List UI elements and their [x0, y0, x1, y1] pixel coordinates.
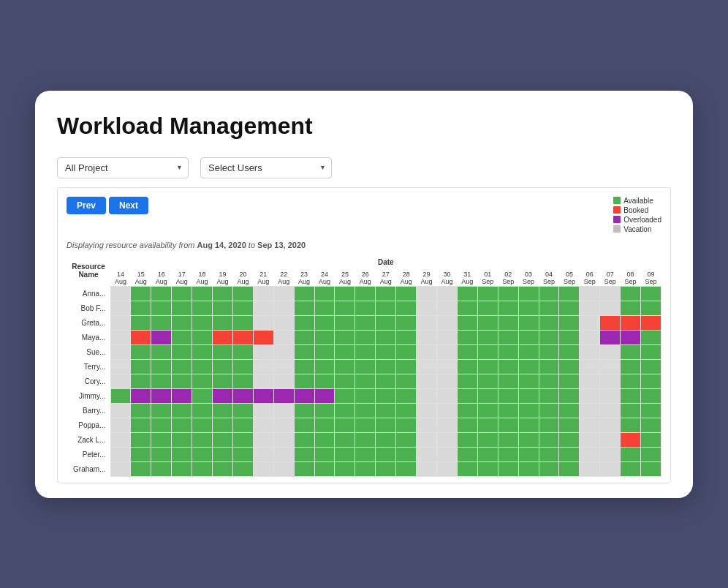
gantt-cell: [396, 447, 417, 461]
gantt-cell: [273, 418, 294, 432]
table-row: Zack L...: [67, 432, 661, 447]
gantt-cell: [192, 388, 213, 403]
gantt-cell: [437, 388, 458, 403]
gantt-cell: [376, 447, 396, 461]
gantt-cell: [294, 315, 314, 330]
overloaded-icon: [613, 216, 621, 223]
gantt-cell: [232, 315, 253, 330]
gantt-cell: [192, 418, 213, 432]
gantt-cell: [477, 286, 498, 301]
gantt-cell: [498, 315, 518, 330]
gantt-cell: [232, 374, 253, 388]
gantt-cell: [477, 461, 498, 476]
gantt-cell: [396, 286, 417, 301]
gantt-cell: [396, 315, 417, 330]
gantt-cell: [355, 374, 376, 388]
gantt-cell: [580, 388, 600, 403]
gantt-cell: [335, 315, 355, 330]
gantt-cell: [621, 403, 641, 418]
gantt-cell: [273, 315, 294, 330]
gantt-cell: [539, 301, 559, 315]
gantt-cell: [539, 432, 559, 447]
gantt-cell: [335, 432, 355, 447]
gantt-cell: [600, 359, 621, 374]
gantt-cell: [151, 447, 172, 461]
gantt-cell: [396, 330, 417, 344]
gantt-cell: [641, 315, 661, 330]
gantt-cell: [641, 388, 661, 403]
gantt-cell: [294, 359, 314, 374]
users-filter-wrapper: Select Users: [200, 157, 332, 178]
gantt-cell: [539, 344, 559, 359]
gantt-cell: [192, 330, 213, 344]
gantt-cell: [457, 432, 477, 447]
gantt-cell: [518, 301, 539, 315]
gantt-cell: [273, 447, 294, 461]
gantt-cell: [131, 315, 151, 330]
gantt-cell: [498, 447, 518, 461]
gantt-cell: [232, 286, 253, 301]
gantt-cell: [314, 432, 335, 447]
gantt-cell: [477, 388, 498, 403]
gantt-cell: [151, 461, 172, 476]
gantt-cell: [335, 359, 355, 374]
gantt-cell: [192, 403, 213, 418]
next-button[interactable]: Next: [109, 197, 148, 214]
gantt-cell: [232, 388, 253, 403]
gantt-cell: [417, 330, 437, 344]
gantt-cell: [232, 403, 253, 418]
gantt-cell: [437, 461, 458, 476]
gantt-cell: [376, 403, 396, 418]
gantt-cell: [192, 432, 213, 447]
gantt-cell: [314, 461, 335, 476]
gantt-cell: [518, 286, 539, 301]
project-filter[interactable]: All Project: [57, 157, 189, 178]
gantt-cell: [213, 359, 233, 374]
users-filter[interactable]: Select Users: [200, 157, 332, 178]
gantt-cell: [621, 374, 641, 388]
display-text: Displaying resource availability from Au…: [67, 241, 661, 249]
gantt-cell: [396, 388, 417, 403]
table-row: Maya...: [67, 330, 661, 344]
gantt-cell: [131, 344, 151, 359]
gantt-cell: [131, 301, 151, 315]
gantt-cell: [172, 388, 192, 403]
gantt-cell: [355, 403, 376, 418]
gantt-cell: [151, 301, 172, 315]
gantt-cell: [580, 461, 600, 476]
table-row: Graham...: [67, 461, 661, 476]
gantt-cell: [314, 418, 335, 432]
prev-button[interactable]: Prev: [67, 197, 106, 214]
table-row: Bob F...: [67, 301, 661, 315]
gantt-cell: [131, 374, 151, 388]
gantt-cell: [600, 432, 621, 447]
gantt-cell: [151, 330, 172, 344]
gantt-cell: [335, 301, 355, 315]
gantt-cell: [539, 461, 559, 476]
gantt-cell: [192, 286, 213, 301]
gantt-cell: [621, 359, 641, 374]
gantt-cell: [641, 374, 661, 388]
gantt-cell: [253, 315, 273, 330]
gantt-cell: [355, 388, 376, 403]
legend-vacation-label: Vacation: [623, 225, 651, 233]
project-filter-wrapper: All Project: [57, 157, 189, 178]
gantt-cell: [417, 301, 437, 315]
gantt-cell: [376, 359, 396, 374]
gantt-cell: [294, 388, 314, 403]
table-row: Sue...: [67, 344, 661, 359]
gantt-cell: [600, 461, 621, 476]
gantt-cell: [396, 359, 417, 374]
gantt-cell: [437, 315, 458, 330]
gantt-cell: [131, 447, 151, 461]
gantt-cell: [621, 388, 641, 403]
gantt-cell: [498, 286, 518, 301]
gantt-cell: [151, 388, 172, 403]
gantt-cell: [314, 301, 335, 315]
gantt-cell: [110, 388, 131, 403]
gantt-cell: [498, 330, 518, 344]
table-row: Peter...: [67, 447, 661, 461]
gantt-cell: [396, 403, 417, 418]
resource-name-cell: Peter...: [67, 447, 110, 461]
gantt-cell: [110, 461, 131, 476]
